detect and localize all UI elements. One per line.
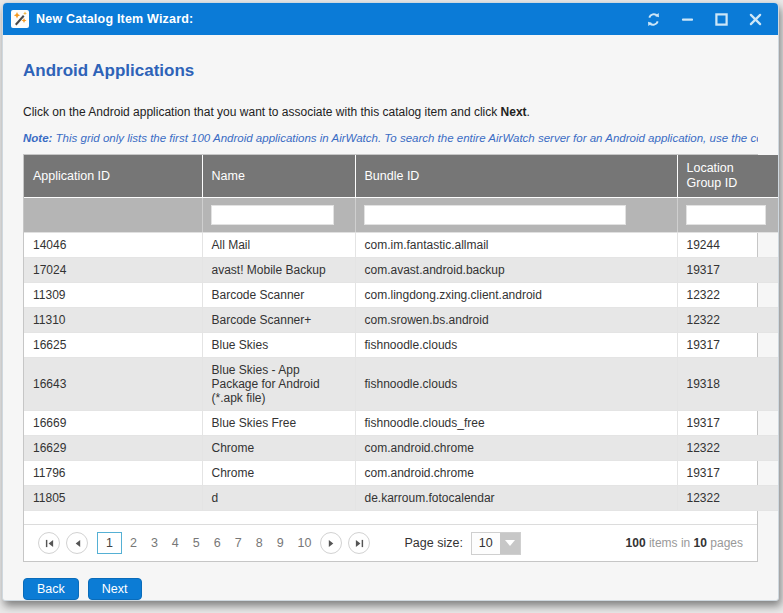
table-cell[interactable]: Barcode Scanner+ [202,308,355,333]
table-cell[interactable]: Blue Skies Free [202,411,355,436]
table-cell[interactable]: 11805 [24,486,202,511]
page-size-label: Page size: [404,536,462,550]
table-cell[interactable]: 11310 [24,308,202,333]
table-cell[interactable]: 12322 [677,486,779,511]
column-header-name[interactable]: Name [202,155,355,198]
refresh-icon[interactable] [638,7,668,31]
page-size-dropdown[interactable]: 10 [471,532,521,555]
table-cell[interactable]: 16669 [24,411,202,436]
table-cell[interactable]: 16625 [24,333,202,358]
pager-page-5[interactable]: 5 [187,533,206,553]
table-cell[interactable]: 12322 [677,308,779,333]
page-size-control: Page size: 10 [404,532,520,555]
table-cell[interactable]: d [202,486,355,511]
window-title: New Catalog Item Wizard: [36,12,194,26]
table-row[interactable]: 14046All Mailcom.im.fantastic.allmail192… [24,233,779,258]
pager-page-8[interactable]: 8 [250,533,269,553]
table-cell[interactable]: fishnoodle.clouds [355,333,677,358]
table-cell[interactable]: 16629 [24,436,202,461]
table-cell[interactable]: com.lingdong.zxing.client.android [355,283,677,308]
next-page-button[interactable] [320,532,342,554]
pager-page-10[interactable]: 10 [292,533,318,553]
footer: Back Next [3,569,778,600]
wizard-window: New Catalog Item Wizard: Androi [2,2,779,601]
table-cell[interactable]: Barcode Scanner [202,283,355,308]
items-count: 100 items in 10 pages [626,536,743,550]
table-cell[interactable]: avast! Mobile Backup [202,258,355,283]
first-page-button[interactable] [38,532,60,554]
grid-header-row: Application ID Name Bundle ID Location G… [24,155,779,198]
table-cell[interactable]: 17024 [24,258,202,283]
chevron-down-icon[interactable] [500,533,520,554]
wizard-wand-icon [11,10,29,28]
table-body: 14046All Mailcom.im.fantastic.allmail192… [24,233,779,511]
table-cell[interactable]: com.avast.android.backup [355,258,677,283]
next-button[interactable]: Next [88,578,142,600]
filter-input-name[interactable] [211,205,334,225]
table-cell[interactable]: Chrome [202,436,355,461]
table-cell[interactable]: 19318 [677,358,779,411]
maximize-icon[interactable] [706,7,736,31]
table-cell[interactable]: Chrome [202,461,355,486]
table-row[interactable]: 16625Blue Skiesfishnoodle.clouds19317 [24,333,779,358]
pager-page-1[interactable]: 1 [97,532,122,554]
table-cell[interactable]: Blue Skies [202,333,355,358]
titlebar: New Catalog Item Wizard: [3,3,778,35]
table-cell[interactable]: com.android.chrome [355,461,677,486]
table-cell[interactable]: de.karroum.fotocalendar [355,486,677,511]
instruction-text: Click on the Android application that yo… [23,105,758,119]
table-cell[interactable]: 11309 [24,283,202,308]
wizard-content: Android Applications Click on the Androi… [3,35,778,569]
pager-page-7[interactable]: 7 [229,533,248,553]
table-cell[interactable]: 19317 [677,461,779,486]
pager-page-3[interactable]: 3 [145,533,164,553]
table-row[interactable]: 11805dde.karroum.fotocalendar12322 [24,486,779,511]
table-cell[interactable]: com.android.chrome [355,436,677,461]
table-cell[interactable]: 19317 [677,258,779,283]
table-cell[interactable]: 19244 [677,233,779,258]
table-cell[interactable]: fishnoodle.clouds [355,358,677,411]
table-row[interactable]: 17024avast! Mobile Backupcom.avast.andro… [24,258,779,283]
minimize-icon[interactable] [672,7,702,31]
applications-grid: Application ID Name Bundle ID Location G… [23,154,758,562]
table-cell[interactable]: Blue Skies - App Package for Android (*.… [202,358,355,411]
grid-filter-row [24,198,779,233]
table-cell[interactable]: fishnoodle.clouds_free [355,411,677,436]
filter-input-bundle-id[interactable] [364,205,626,225]
table-row[interactable]: 16669Blue Skies Freefishnoodle.clouds_fr… [24,411,779,436]
table-cell[interactable]: 11796 [24,461,202,486]
table-row[interactable]: 11796Chromecom.android.chrome19317 [24,461,779,486]
filter-cell-application-id [24,198,202,233]
table-row[interactable]: 16629Chromecom.android.chrome12322 [24,436,779,461]
table-cell[interactable]: 14046 [24,233,202,258]
table-row[interactable]: 11310Barcode Scanner+com.srowen.bs.andro… [24,308,779,333]
column-header-location-group-id[interactable]: Location Group ID [677,155,779,198]
last-page-button[interactable] [348,532,370,554]
back-button[interactable]: Back [23,578,79,600]
pager-page-6[interactable]: 6 [208,533,227,553]
column-header-application-id[interactable]: Application ID [24,155,202,198]
table-cell[interactable]: com.im.fantastic.allmail [355,233,677,258]
pager-pages: 12345678910 [96,532,318,554]
pager: 12345678910 Page size: 10 100 items in 1… [24,524,757,561]
table-row[interactable]: 11309Barcode Scannercom.lingdong.zxing.c… [24,283,779,308]
column-header-bundle-id[interactable]: Bundle ID [355,155,677,198]
table-cell[interactable]: 12322 [677,283,779,308]
note-text: Note: This grid only lists the first 100… [23,132,758,144]
table-cell[interactable]: 19317 [677,333,779,358]
filter-cell-bundle-id [355,198,677,233]
pager-page-2[interactable]: 2 [124,533,143,553]
table-cell[interactable]: 16643 [24,358,202,411]
window-controls [634,7,770,31]
table-cell[interactable]: 19317 [677,411,779,436]
table-cell[interactable]: com.srowen.bs.android [355,308,677,333]
filter-input-location-group-id[interactable] [686,205,766,225]
pager-page-9[interactable]: 9 [271,533,290,553]
table-cell[interactable]: All Mail [202,233,355,258]
previous-page-button[interactable] [66,532,88,554]
table-cell[interactable]: 12322 [677,436,779,461]
close-icon[interactable] [740,7,770,31]
pager-page-4[interactable]: 4 [166,533,185,553]
filter-cell-location-group-id [677,198,779,233]
table-row[interactable]: 16643Blue Skies - App Package for Androi… [24,358,779,411]
